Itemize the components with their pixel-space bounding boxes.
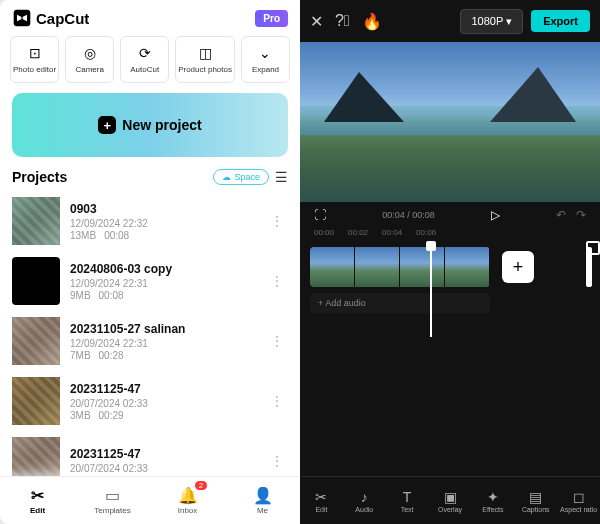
- templates-icon: ▭: [105, 486, 120, 505]
- ruler-tick: 00:06: [416, 228, 436, 237]
- project-more-icon[interactable]: ⋮: [266, 333, 288, 349]
- project-date: 12/09/2024 22:32: [70, 218, 256, 229]
- project-list: 0903 12/09/2024 22:32 13MB00:08 ⋮ 202408…: [0, 191, 300, 476]
- project-name: 0903: [70, 202, 256, 216]
- nav-edit[interactable]: ✂Edit: [0, 477, 75, 524]
- plus-icon: +: [98, 116, 116, 134]
- capcut-logo-icon: [12, 8, 32, 28]
- project-meta: 13MB00:08: [70, 230, 256, 241]
- redo-button[interactable]: ↷: [576, 208, 586, 222]
- tool-label: Overlay: [438, 506, 462, 513]
- tool-text[interactable]: TText: [386, 477, 429, 524]
- tool-icon: ◎: [84, 45, 96, 61]
- video-clip[interactable]: [310, 247, 490, 287]
- close-icon[interactable]: ✕: [310, 12, 323, 31]
- tool-label: Aspect ratio: [560, 506, 597, 513]
- project-item[interactable]: 20231125-47 20/07/2024 02:33 3MB00:29 ⋮: [12, 371, 288, 431]
- project-thumbnail: [12, 437, 60, 476]
- resolution-button[interactable]: 1080P ▾: [460, 9, 523, 34]
- tool-overlay[interactable]: ▣Overlay: [429, 477, 472, 524]
- editor-toolbar: ✂Edit♪AudioTText▣Overlay✦Effects▤Caption…: [300, 476, 600, 524]
- tool-label: Expand: [252, 65, 279, 74]
- tool-label: Captions: [522, 506, 550, 513]
- project-meta: 3MB00:29: [70, 410, 256, 421]
- tool-expand[interactable]: ⌄Expand: [241, 36, 290, 83]
- video-preview[interactable]: [300, 42, 600, 202]
- bottom-nav: ✂Edit▭Templates🔔Inbox2👤Me: [0, 476, 300, 524]
- tool-captions[interactable]: ▤Captions: [514, 477, 557, 524]
- project-info: 20231125-47 20/07/2024 02:33: [70, 447, 256, 475]
- tool-effects[interactable]: ✦Effects: [471, 477, 514, 524]
- sort-button[interactable]: ☰: [275, 169, 288, 185]
- tool-label: Effects: [482, 506, 503, 513]
- text-icon: T: [403, 489, 412, 505]
- tool-label: Audio: [355, 506, 373, 513]
- project-thumbnail: [12, 257, 60, 305]
- tool-camera[interactable]: ◎Camera: [65, 36, 114, 83]
- video-track[interactable]: +: [310, 247, 590, 287]
- export-button[interactable]: Export: [531, 10, 590, 32]
- pro-badge[interactable]: Pro: [255, 10, 288, 27]
- app-header: CapCut Pro: [0, 0, 300, 36]
- add-audio-button[interactable]: + Add audio: [310, 293, 490, 313]
- space-button[interactable]: ☁ Space: [213, 169, 269, 185]
- project-more-icon[interactable]: ⋮: [266, 273, 288, 289]
- captions-icon: ▤: [529, 489, 542, 505]
- nav-me[interactable]: 👤Me: [225, 477, 300, 524]
- help-icon[interactable]: ?⃝: [335, 12, 350, 30]
- nav-label: Edit: [30, 506, 45, 515]
- nav-templates[interactable]: ▭Templates: [75, 477, 150, 524]
- tool-label: Edit: [315, 506, 327, 513]
- playhead[interactable]: [430, 243, 432, 337]
- project-name: 20231125-47: [70, 447, 256, 461]
- project-date: 12/09/2024 22:31: [70, 278, 256, 289]
- project-more-icon[interactable]: ⋮: [266, 453, 288, 469]
- tools-row: ⊡Photo editor◎Camera⟳AutoCut◫Product pho…: [0, 36, 300, 93]
- tool-audio[interactable]: ♪Audio: [343, 477, 386, 524]
- timecode: 00:04 / 00:08: [382, 210, 435, 220]
- edit-icon: ✂: [31, 486, 44, 505]
- project-info: 20231105-27 salinan 12/09/2024 22:31 7MB…: [70, 322, 256, 361]
- nav-label: Me: [257, 506, 268, 515]
- timeline-tracks: + + Add audio: [300, 237, 600, 323]
- projects-header: Projects ☁ Space ☰: [0, 169, 300, 191]
- tool-product-photos[interactable]: ◫Product photos: [175, 36, 235, 83]
- home-panel: CapCut Pro ⊡Photo editor◎Camera⟳AutoCut◫…: [0, 0, 300, 524]
- ruler-tick: 00:04: [382, 228, 402, 237]
- project-item[interactable]: 20231125-47 20/07/2024 02:33 ⋮: [12, 431, 288, 476]
- project-more-icon[interactable]: ⋮: [266, 213, 288, 229]
- project-info: 20231125-47 20/07/2024 02:33 3MB00:29: [70, 382, 256, 421]
- nav-inbox[interactable]: 🔔Inbox2: [150, 477, 225, 524]
- logo: CapCut: [12, 8, 89, 28]
- timeline-ruler: 00:0000:0200:0400:06: [300, 228, 600, 237]
- project-name: 20231105-27 salinan: [70, 322, 256, 336]
- project-item[interactable]: 20231105-27 salinan 12/09/2024 22:31 7MB…: [12, 311, 288, 371]
- projects-title: Projects: [12, 169, 67, 185]
- undo-button[interactable]: ↶: [556, 208, 566, 222]
- fullscreen-icon[interactable]: ⛶: [314, 208, 326, 222]
- inbox-icon: 🔔: [178, 486, 198, 505]
- add-clip-button[interactable]: +: [502, 251, 534, 283]
- editor-header: ✕ ?⃝ 🔥 1080P ▾ Export: [300, 0, 600, 42]
- tool-photo-editor[interactable]: ⊡Photo editor: [10, 36, 59, 83]
- new-project-button[interactable]: + New project: [12, 93, 288, 157]
- tool-icon: ◫: [199, 45, 212, 61]
- new-project-label: New project: [122, 117, 201, 133]
- notification-badge: 2: [195, 481, 207, 490]
- tool-aspect-ratio[interactable]: ◻Aspect ratio: [557, 477, 600, 524]
- project-thumbnail: [12, 197, 60, 245]
- project-info: 0903 12/09/2024 22:32 13MB00:08: [70, 202, 256, 241]
- tool-edit[interactable]: ✂Edit: [300, 477, 343, 524]
- project-thumbnail: [12, 377, 60, 425]
- nav-label: Templates: [94, 506, 130, 515]
- tool-autocut[interactable]: ⟳AutoCut: [120, 36, 169, 83]
- project-item[interactable]: 20240806-03 copy 12/09/2024 22:31 9MB00:…: [12, 251, 288, 311]
- fire-icon[interactable]: 🔥: [362, 12, 382, 31]
- tool-label: Text: [401, 506, 414, 513]
- project-meta: 9MB00:08: [70, 290, 256, 301]
- aspect-ratio-icon: ◻: [573, 489, 585, 505]
- play-button[interactable]: ▷: [491, 208, 500, 222]
- ruler-tick: 00:02: [348, 228, 368, 237]
- project-more-icon[interactable]: ⋮: [266, 393, 288, 409]
- project-item[interactable]: 0903 12/09/2024 22:32 13MB00:08 ⋮: [12, 191, 288, 251]
